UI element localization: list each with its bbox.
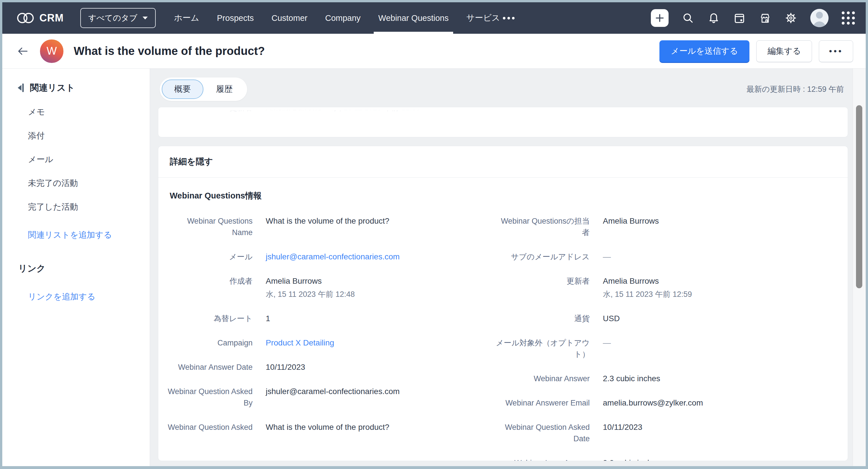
user-avatar[interactable] <box>810 9 829 27</box>
field-label: Webinar Questionsの担当者 <box>495 215 590 238</box>
tab-customer[interactable]: Customer <box>272 2 307 34</box>
add-link-link[interactable]: リンクを追加する <box>28 291 150 302</box>
field-value-empty: — <box>603 337 611 360</box>
field-label: Webinar Answer Date <box>167 361 253 373</box>
field-value: 1 <box>266 313 270 324</box>
quick-create-button[interactable] <box>651 9 669 27</box>
top-navbar: CRM すべてのタブ ホーム Prospects Customer Compan… <box>2 2 866 34</box>
field-row: Webinar Question Asked By jshuler@carame… <box>167 386 495 409</box>
campaign-link[interactable]: Product X Detailing <box>266 337 334 349</box>
modified-by-name: Amelia Burrows <box>603 275 692 287</box>
field-value: Amelia Burrows <box>603 215 659 238</box>
search-icon[interactable] <box>682 12 694 24</box>
field-label: Webinar Answer <box>495 373 590 384</box>
sidebar-item-open-activities[interactable]: 未完了の活動 <box>28 178 150 189</box>
calendar-icon[interactable] <box>733 12 746 24</box>
plus-icon <box>655 13 665 23</box>
field-value: amelia.burrows@zylker.com <box>603 397 703 409</box>
field-value: Amelia Burrows 水, 15 11 2023 午前 12:59 <box>603 275 692 300</box>
sidebar-item-emails[interactable]: メール <box>28 154 150 165</box>
field-row: Webinar Questionsの担当者 Amelia Burrows <box>495 215 848 238</box>
tab-webinar-questions[interactable]: Webinar Questions <box>378 2 448 34</box>
edit-button[interactable]: 編集する <box>756 40 812 62</box>
app-window: CRM すべてのタブ ホーム Prospects Customer Compan… <box>0 0 868 469</box>
ellipsis-icon: ••• <box>829 47 843 56</box>
related-list-sidebar: 関連リスト メモ 添付 メール 未完了の活動 完了した活動 関連リストを追加する… <box>2 69 150 466</box>
field-row: 作成者 Amelia Burrows 水, 15 11 2023 午前 12:4… <box>167 275 495 300</box>
settings-gear-icon[interactable] <box>784 12 797 24</box>
scrollbar-thumb[interactable] <box>856 105 862 288</box>
field-label: Webinar Answerer Email <box>495 397 590 409</box>
back-arrow-icon[interactable] <box>17 46 29 57</box>
nav-actions <box>651 9 855 27</box>
field-value: What is the volume of the product? <box>266 215 390 238</box>
field-label: 為替レート <box>167 313 253 324</box>
nav-more-tabs-icon[interactable] <box>503 17 515 20</box>
related-list-header: 関連リスト <box>18 82 150 94</box>
record-more-button[interactable]: ••• <box>819 40 853 62</box>
field-row: Webinar Answer 2.3 cubic inches <box>495 373 848 384</box>
record-detail-main: 概要 履歴 最新の更新日時 : 12:59 午前 更新者 Amelia Burr… <box>150 69 852 466</box>
brand-label: CRM <box>39 12 64 24</box>
field-row: Webinar Answerer Email amelia.burrows@zy… <box>495 397 848 409</box>
field-value-empty: — <box>603 251 611 263</box>
caret-down-icon <box>143 17 148 20</box>
field-value: 2.3 cubic inches <box>603 457 660 461</box>
field-row: メール jshuler@caramel-confectionaries.com <box>167 251 495 263</box>
apps-grid-icon[interactable] <box>842 11 855 25</box>
email-link[interactable]: jshuler@caramel-confectionaries.com <box>266 251 400 263</box>
sidebar-item-attachments[interactable]: 添付 <box>28 130 150 142</box>
field-label: Webinar Question Asked <box>167 421 253 433</box>
field-label: Campaign <box>167 337 253 349</box>
field-row: Webinar Question Asked What is the volum… <box>167 421 495 433</box>
field-value: USD <box>603 313 620 324</box>
field-row: Webinar Answer Date 10/11/2023 <box>167 361 495 373</box>
all-tabs-dropdown-label: すべてのタブ <box>88 12 137 24</box>
field-row: Campaign Product X Detailing <box>167 337 495 349</box>
record-title: What is the volume of the product? <box>74 45 265 57</box>
field-row: 為替レート 1 <box>167 313 495 324</box>
add-related-list-link[interactable]: 関連リストを追加する <box>28 229 150 241</box>
collapse-sidebar-icon[interactable] <box>18 84 24 92</box>
field-label: メール <box>167 251 253 263</box>
field-label: 作成者 <box>167 275 253 300</box>
field-row: 更新者 Amelia Burrows 水, 15 11 2023 午前 12:5… <box>495 275 848 300</box>
hide-details-toggle[interactable]: 詳細を隠す <box>158 146 848 178</box>
tab-home[interactable]: ホーム <box>174 2 199 34</box>
module-tabs: ホーム Prospects Customer Company Webinar Q… <box>174 2 500 34</box>
tab-timeline[interactable]: 履歴 <box>204 80 245 99</box>
tab-prospects[interactable]: Prospects <box>217 2 254 34</box>
fields-column-right: Webinar Questionsの担当者 Amelia Burrows サブの… <box>495 215 848 461</box>
sidebar-item-notes[interactable]: メモ <box>28 107 150 118</box>
crm-window: CRM すべてのタブ ホーム Prospects Customer Compan… <box>2 2 866 466</box>
view-tabs-row: 概要 履歴 最新の更新日時 : 12:59 午前 <box>158 77 848 101</box>
record-actions: メールを送信する 編集する ••• <box>659 40 853 62</box>
clipped-field-label: 更新者 <box>167 107 253 113</box>
view-tabs: 概要 履歴 <box>160 78 247 101</box>
field-value: 2.3 cubic inches <box>603 373 660 384</box>
record-avatar: W <box>40 39 63 63</box>
field-value: jshuler@caramel-confectionaries.com <box>266 386 400 409</box>
content-area: 関連リスト メモ 添付 メール 未完了の活動 完了した活動 関連リストを追加する… <box>2 69 866 466</box>
field-value: 10/11/2023 <box>603 421 642 444</box>
notifications-bell-icon[interactable] <box>707 12 720 24</box>
clipped-field-row: 更新者 Amelia Burrows 水, 15 11 2023 午前 12:5… <box>167 107 839 113</box>
tab-overview[interactable]: 概要 <box>162 80 204 99</box>
field-label: 通貨 <box>495 313 590 324</box>
details-card: 詳細を隠す Webinar Questions情報 Webinar Questi… <box>158 146 848 461</box>
field-value: What is the volume of the product? <box>266 421 390 433</box>
related-list-title: 関連リスト <box>30 82 75 94</box>
record-header: W What is the volume of the product? メール… <box>2 34 866 69</box>
field-label: メール対象外（オプトアウト） <box>495 337 590 360</box>
marketplace-store-icon[interactable] <box>759 12 771 24</box>
all-tabs-dropdown[interactable]: すべてのタブ <box>80 8 156 28</box>
clipped-field-value: Amelia Burrows <box>266 107 322 112</box>
tab-company[interactable]: Company <box>325 2 361 34</box>
field-row: Webinar Long Answer 2.3 cubic inches <box>495 457 848 461</box>
sidebar-item-closed-activities[interactable]: 完了した活動 <box>28 201 150 213</box>
vertical-scrollbar <box>852 69 866 466</box>
details-body: Webinar Questions情報 Webinar Questions Na… <box>158 178 848 461</box>
tab-service[interactable]: サービス <box>466 2 500 34</box>
send-mail-button[interactable]: メールを送信する <box>659 40 749 62</box>
field-row: Webinar Question Asked Date 10/11/2023 <box>495 421 848 444</box>
